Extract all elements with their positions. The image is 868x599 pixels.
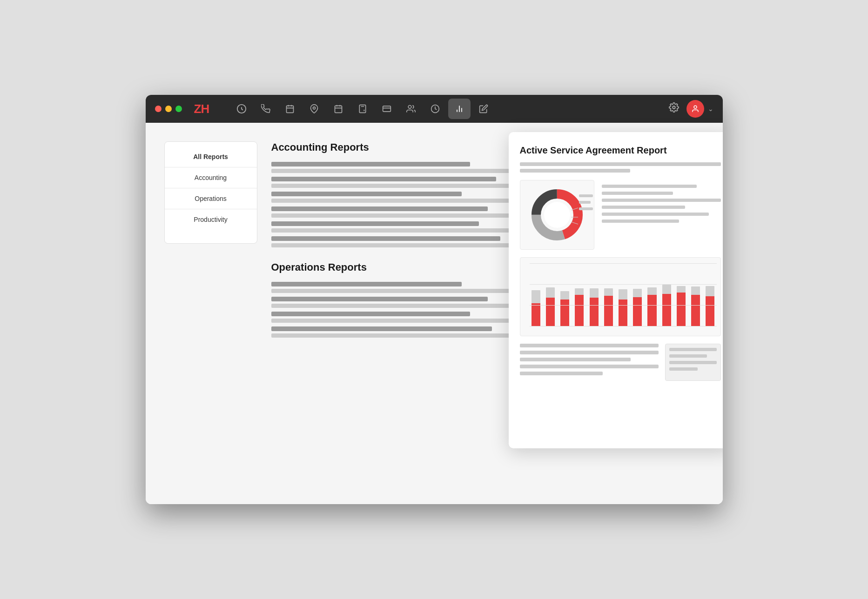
bar-group bbox=[530, 290, 542, 326]
traffic-lights bbox=[155, 106, 182, 112]
minimize-button[interactable] bbox=[165, 106, 172, 112]
donut-chart-container bbox=[520, 180, 594, 250]
bar-group bbox=[558, 291, 571, 326]
svg-point-23 bbox=[408, 106, 411, 109]
maximize-button[interactable] bbox=[175, 106, 182, 112]
bar-group bbox=[587, 288, 600, 326]
close-button[interactable] bbox=[155, 106, 161, 112]
bar-group bbox=[689, 286, 702, 326]
reports-nav-icon[interactable] bbox=[448, 99, 471, 119]
bar-group bbox=[544, 287, 557, 326]
phone-nav-icon[interactable] bbox=[255, 99, 277, 119]
svg-point-34 bbox=[544, 202, 570, 228]
nav-right: ⌄ bbox=[665, 99, 713, 119]
team-nav-icon[interactable] bbox=[400, 99, 422, 119]
sidebar-item-operations[interactable]: Operations bbox=[165, 188, 257, 209]
preview-title: Active Service Agreement Report bbox=[520, 145, 721, 156]
bar-group bbox=[704, 286, 716, 326]
user-avatar[interactable] bbox=[686, 100, 704, 118]
svg-point-28 bbox=[673, 106, 675, 109]
sidebar-item-accounting[interactable]: Accounting bbox=[165, 167, 257, 188]
preview-card: Active Service Agreement Report bbox=[509, 132, 723, 448]
main-content: All Reports Accounting Operations Produc… bbox=[146, 123, 723, 504]
nav-icons bbox=[230, 99, 657, 119]
bar-group bbox=[675, 286, 687, 326]
billing-nav-icon[interactable] bbox=[376, 99, 398, 119]
bar-group bbox=[573, 288, 585, 326]
svg-point-5 bbox=[313, 107, 316, 109]
tasks-nav-icon[interactable] bbox=[472, 99, 495, 119]
preview-charts-row bbox=[520, 180, 721, 250]
preview-bottom-section bbox=[520, 344, 721, 381]
sidebar: All Reports Accounting Operations Produc… bbox=[164, 141, 257, 244]
settings-icon[interactable] bbox=[665, 99, 683, 119]
dashboard-nav-icon[interactable] bbox=[230, 99, 253, 119]
bar-chart-container bbox=[520, 257, 721, 336]
svg-rect-1 bbox=[287, 106, 294, 113]
events-nav-icon[interactable] bbox=[327, 99, 350, 119]
bar-group bbox=[617, 289, 629, 326]
sidebar-item-productivity[interactable]: Productivity bbox=[165, 209, 257, 230]
bar-group bbox=[631, 289, 644, 326]
title-bar: ZH bbox=[146, 95, 723, 123]
bar-group bbox=[602, 288, 615, 326]
calendar-nav-icon[interactable] bbox=[279, 99, 301, 119]
svg-rect-21 bbox=[383, 106, 391, 112]
svg-point-29 bbox=[694, 106, 697, 108]
chart-side-lines bbox=[602, 180, 721, 250]
chevron-down-icon[interactable]: ⌄ bbox=[708, 105, 713, 113]
browser-window: ZH bbox=[146, 95, 723, 504]
preview-top-lines bbox=[520, 162, 721, 173]
calculator-nav-icon[interactable] bbox=[351, 99, 374, 119]
sidebar-item-all-reports[interactable]: All Reports bbox=[165, 146, 257, 167]
bar-group bbox=[646, 287, 658, 326]
preview-bottom-lines bbox=[520, 344, 659, 381]
preview-bottom-box bbox=[665, 344, 721, 381]
bar-group bbox=[660, 285, 673, 326]
svg-rect-6 bbox=[335, 106, 342, 113]
history-nav-icon[interactable] bbox=[424, 99, 446, 119]
location-nav-icon[interactable] bbox=[303, 99, 325, 119]
app-logo: ZH bbox=[194, 102, 209, 116]
